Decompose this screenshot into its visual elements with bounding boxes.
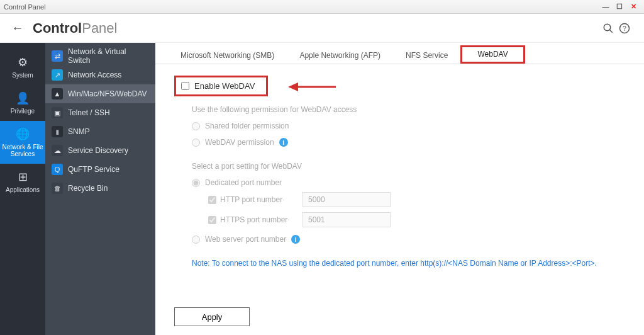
globe-icon: 🌐	[0, 127, 45, 141]
tab-webdav[interactable]: WebDAV	[460, 45, 525, 64]
window-titlebar: Control Panel — ☐ ✕	[0, 0, 644, 14]
webserver-port-row: Web server port number i	[192, 235, 625, 244]
app-header: ← ControlPanel ?	[0, 14, 644, 43]
access-icon: ↗	[52, 69, 63, 81]
svg-marker-5	[288, 82, 298, 91]
apply-button[interactable]: Apply	[174, 307, 250, 326]
info-icon[interactable]: i	[291, 235, 300, 244]
tab-bar: Microsoft Networking (SMB) Apple Network…	[155, 45, 644, 64]
sidebar-item-service-discovery[interactable]: ☁Service Discovery	[45, 141, 155, 160]
ftp-icon: Q	[52, 164, 63, 175]
annotation-arrow	[288, 81, 336, 95]
webserver-port-radio[interactable]	[192, 236, 200, 244]
switch-icon: ⇄	[52, 50, 63, 62]
bin-icon: 🗑	[52, 183, 63, 194]
snmp-icon: ⫼	[52, 126, 63, 137]
perm-webdav-label: WebDAV permission	[205, 138, 274, 147]
http-port-checkbox[interactable]	[208, 196, 216, 204]
https-port-checkbox[interactable]	[208, 216, 216, 224]
perm-shared-label: Shared folder permission	[205, 122, 289, 130]
port-heading: Select a port setting for WebDAV	[192, 162, 625, 171]
content-pane: Microsoft Networking (SMB) Apple Network…	[155, 43, 644, 335]
minimize-button[interactable]: —	[599, 3, 613, 11]
webdav-form: Enable WebDAV Use the following permissi…	[155, 64, 644, 298]
svg-point-0	[604, 24, 611, 31]
tab-smb[interactable]: Microsoft Networking (SMB)	[168, 47, 287, 64]
https-port-label: HTTPS port number	[220, 215, 287, 224]
port-dedicated-label: Dedicated port number	[205, 178, 282, 187]
gear-icon: ⚙	[0, 55, 45, 69]
sidebar-item-win-mac-nfs-webdav[interactable]: ▲Win/Mac/NFS/WebDAV	[45, 84, 155, 103]
https-port-input[interactable]	[303, 212, 391, 227]
enable-webdav-checkbox[interactable]	[181, 82, 189, 90]
sidebar-item-recycle-bin[interactable]: 🗑Recycle Bin	[45, 179, 155, 198]
port-dedicated-radio[interactable]	[192, 179, 200, 187]
https-port-row: HTTPS port number	[208, 212, 625, 227]
enable-webdav-label: Enable WebDAV	[194, 81, 255, 91]
apps-icon: ⊞	[0, 170, 45, 184]
tab-afp[interactable]: Apple Networking (AFP)	[287, 47, 393, 64]
sidebar-item-network-virtual-switch[interactable]: ⇄Network & Virtual Switch	[45, 47, 155, 65]
nav-rail: ⚙System 👤Privilege 🌐Network & File Servi…	[0, 43, 45, 335]
page-title: ControlPanel	[33, 20, 117, 37]
http-port-row: HTTP port number	[208, 192, 625, 207]
perm-shared-radio[interactable]	[192, 122, 200, 130]
sidebar-item-snmp[interactable]: ⫼SNMP	[45, 122, 155, 141]
http-port-label: HTTP port number	[220, 195, 282, 204]
nav-network-file-services[interactable]: 🌐Network & File Services	[0, 121, 45, 164]
svg-text:?: ?	[623, 24, 626, 31]
back-button[interactable]: ←	[11, 21, 24, 35]
perm-webdav-row: WebDAV permission i	[192, 138, 625, 147]
discovery-icon: ☁	[52, 145, 63, 156]
help-icon[interactable]: ?	[616, 20, 633, 37]
protocol-icon: ▲	[52, 88, 63, 99]
form-footer: Apply	[155, 298, 644, 335]
port-dedicated-row: Dedicated port number	[192, 178, 625, 187]
tab-nfs[interactable]: NFS Service	[393, 47, 460, 64]
window-title: Control Panel	[4, 3, 46, 11]
terminal-icon: ▣	[52, 107, 63, 118]
side-list: ⇄Network & Virtual Switch ↗Network Acces…	[45, 43, 155, 335]
maximize-button[interactable]: ☐	[613, 3, 626, 11]
perm-webdav-radio[interactable]	[192, 139, 200, 147]
sidebar-item-telnet-ssh[interactable]: ▣Telnet / SSH	[45, 103, 155, 122]
sidebar-item-quftp[interactable]: QQuFTP Service	[45, 160, 155, 179]
permission-heading: Use the following permission for WebDAV …	[192, 105, 625, 114]
close-button[interactable]: ✕	[626, 3, 640, 11]
search-icon[interactable]	[600, 20, 616, 37]
nav-privilege[interactable]: 👤Privilege	[0, 85, 45, 121]
info-icon[interactable]: i	[279, 138, 288, 147]
perm-shared-row: Shared folder permission	[192, 122, 625, 130]
nav-applications[interactable]: ⊞Applications	[0, 164, 45, 200]
svg-line-1	[609, 30, 613, 33]
enable-webdav-row: Enable WebDAV	[174, 76, 268, 96]
sidebar-item-network-access[interactable]: ↗Network Access	[45, 65, 155, 84]
webserver-port-label: Web server port number	[205, 235, 286, 244]
connection-note: Note: To connect to the NAS using the de…	[192, 259, 625, 268]
http-port-input[interactable]	[303, 192, 391, 207]
nav-system[interactable]: ⚙System	[0, 49, 45, 85]
user-icon: 👤	[0, 91, 45, 105]
